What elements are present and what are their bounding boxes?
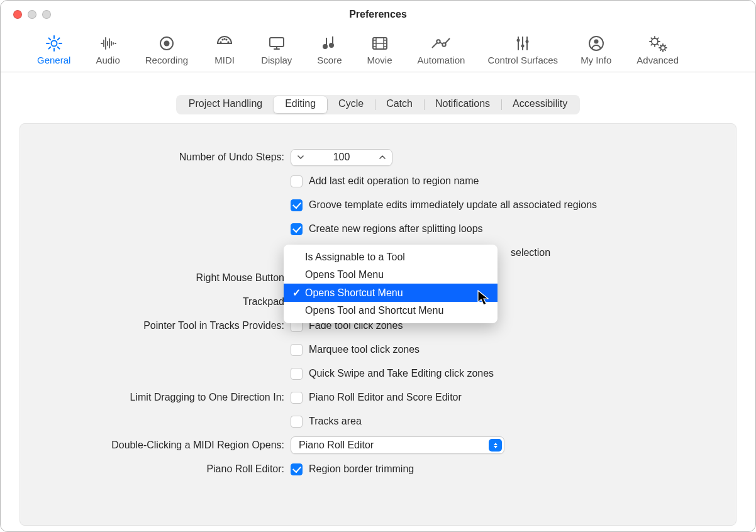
undo-steps-stepper[interactable]: 100 [291, 149, 392, 166]
subtab-editing[interactable]: Editing [274, 96, 327, 113]
titlebar: Preferences [1, 1, 755, 28]
toolbar-tab-label: Automation [418, 55, 465, 65]
svg-point-16 [526, 40, 529, 43]
svg-point-6 [228, 41, 230, 43]
svg-point-13 [443, 43, 446, 46]
svg-point-7 [224, 38, 226, 40]
my-info-icon [585, 33, 608, 53]
subtabs: Project HandlingEditingCycleCatchNotific… [1, 95, 755, 114]
toolbar-tab-label: My Info [581, 55, 611, 65]
toolbar-tab-general[interactable]: General [28, 31, 79, 67]
undo-steps-value: 100 [310, 152, 373, 163]
dropdown-item[interactable]: Opens Tool Menu [284, 266, 498, 284]
subtab-accessibility[interactable]: Accessibility [501, 96, 579, 113]
window-title: Preferences [1, 9, 755, 20]
quick-swipe-checkbox[interactable] [291, 368, 303, 380]
toolbar-tab-my-info[interactable]: My Info [572, 31, 620, 67]
stepper-up-icon[interactable] [373, 155, 392, 160]
dropdown-item-label: Opens Shortcut Menu [305, 287, 403, 299]
toolbar-tab-movie[interactable]: Movie [359, 31, 401, 67]
svg-point-4 [222, 38, 224, 40]
subtabs-segment: Project HandlingEditingCycleCatchNotific… [176, 95, 580, 114]
subtab-cycle[interactable]: Cycle [327, 96, 375, 113]
marquee-tool-checkbox[interactable] [291, 344, 303, 356]
subtab-catch[interactable]: Catch [375, 96, 424, 113]
limit-piano-checkbox[interactable] [291, 392, 303, 404]
subtab-notifications[interactable]: Notifications [424, 96, 501, 113]
groove-template-label: Groove template edits immediately update… [309, 199, 597, 211]
toolbar-tab-control-surfaces[interactable]: Control Surfaces [479, 31, 567, 67]
mouse-cursor-icon [477, 290, 490, 306]
dropdown-item[interactable]: Opens Tool and Shortcut Menu [284, 302, 498, 319]
advanced-icon [647, 33, 669, 53]
subtab-project-handling[interactable]: Project Handling [177, 96, 274, 113]
dropdown-item-label: Opens Tool Menu [305, 269, 384, 280]
svg-point-12 [437, 40, 440, 43]
right-mouse-dropdown[interactable]: Is Assignable to a ToolOpens Tool MenuOp… [284, 245, 498, 323]
svg-point-5 [226, 38, 228, 40]
automation-icon [430, 33, 452, 53]
recording-icon [155, 33, 178, 53]
editing-pane: Number of Undo Steps: 100 Add last [19, 123, 737, 526]
score-icon [318, 33, 341, 53]
create-new-regions-checkbox[interactable] [291, 223, 303, 235]
right-mouse-label: Right Mouse Button [33, 272, 291, 284]
limit-tracks-checkbox[interactable] [291, 416, 303, 428]
limit-tracks-label: Tracks area [309, 416, 362, 427]
dropdown-item[interactable]: Is Assignable to a Tool [284, 248, 498, 266]
dropdown-item-label: Is Assignable to a Tool [305, 252, 405, 263]
svg-point-15 [521, 45, 525, 48]
general-icon [43, 33, 65, 53]
toolbar-tab-label: Advanced [636, 55, 679, 65]
toolbar-tab-advanced[interactable]: Advanced [628, 31, 687, 67]
stepper-down-icon[interactable] [291, 155, 310, 160]
create-new-regions-label: Create new regions after splitting loops [309, 223, 483, 235]
display-icon [265, 33, 288, 53]
limit-drag-label: Limit Dragging to One Direction In: [33, 392, 291, 403]
limit-piano-label: Piano Roll Editor and Score Editor [309, 392, 462, 403]
preferences-window: Preferences GeneralAudioRecordingMIDIDis… [0, 0, 756, 532]
region-border-label: Region border trimming [309, 463, 414, 475]
quick-swipe-label: Quick Swipe and Take Editing click zones [309, 368, 494, 379]
groove-template-checkbox[interactable] [291, 199, 303, 211]
checkmark-icon [292, 287, 301, 299]
toolbar-tab-label: MIDI [214, 55, 235, 65]
toolbar-tab-score[interactable]: Score [308, 31, 350, 67]
toolbar-tab-label: Score [317, 55, 342, 65]
region-border-checkbox[interactable] [291, 463, 303, 475]
toolbar-tab-recording[interactable]: Recording [136, 31, 197, 67]
toolbar-tab-automation[interactable]: Automation [409, 31, 474, 67]
toolbar: GeneralAudioRecordingMIDIDisplayScoreMov… [1, 28, 755, 72]
movie-icon [369, 33, 391, 53]
audio-icon [97, 33, 120, 53]
popup-arrows-icon [489, 439, 502, 452]
svg-point-3 [220, 41, 222, 43]
add-last-edit-label: Add last edit operation to region name [309, 175, 479, 187]
piano-roll-editor-label: Piano Roll Editor: [33, 463, 291, 475]
dropdown-item-label: Opens Tool and Shortcut Menu [305, 305, 443, 316]
dblclick-midi-value: Piano Roll Editor [299, 440, 374, 451]
svg-point-14 [517, 39, 520, 42]
pointer-tool-label: Pointer Tool in Tracks Provides: [33, 320, 291, 331]
marquee-tool-label: Marquee tool click zones [309, 344, 420, 355]
svg-point-18 [594, 40, 598, 44]
dblclick-midi-popup[interactable]: Piano Roll Editor [291, 436, 504, 454]
toolbar-tab-audio[interactable]: Audio [87, 31, 128, 67]
svg-rect-8 [270, 38, 284, 47]
undo-steps-label: Number of Undo Steps: [33, 152, 291, 163]
trackpad-label: Trackpad [33, 296, 291, 308]
toolbar-tab-label: Movie [367, 55, 392, 65]
toolbar-tab-label: Audio [96, 55, 120, 65]
partial-selection-text: selection [511, 247, 550, 258]
add-last-edit-checkbox[interactable] [291, 175, 303, 187]
toolbar-tab-display[interactable]: Display [252, 31, 301, 67]
svg-point-9 [323, 45, 327, 48]
control-surfaces-icon [511, 33, 534, 53]
svg-point-0 [51, 41, 57, 47]
dropdown-item[interactable]: Opens Shortcut Menu [284, 284, 498, 302]
toolbar-tab-label: Control Surfaces [487, 55, 558, 65]
toolbar-tab-midi[interactable]: MIDI [204, 31, 245, 67]
toolbar-tab-label: General [37, 55, 70, 65]
midi-icon [213, 33, 236, 53]
svg-point-2 [164, 41, 169, 47]
